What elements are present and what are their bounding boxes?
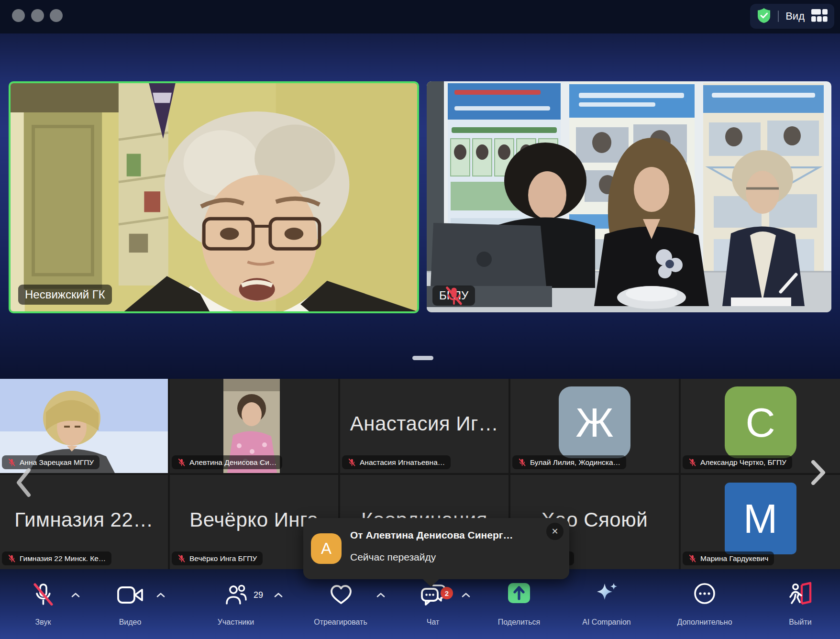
more-button[interactable] [694,583,716,605]
video-options-caret[interactable] [156,592,166,598]
leave-button-label[interactable]: Выйти [789,618,811,627]
main-video-tile-nesvizhsky[interactable]: Несвижский ГК [9,81,419,313]
participant-name-text: Вечёрко Инга БГПУ [189,554,257,563]
participants-button-label[interactable]: Участники [218,618,254,627]
video-frame-room [11,83,417,311]
avatar-initial: C [745,399,775,446]
more-button-label[interactable]: Дополнительно [677,618,732,627]
participant-big-name: Анастасия Иг… [340,412,508,435]
view-grid-icon[interactable] [811,9,828,24]
leave-button[interactable] [788,582,812,606]
share-screen-button[interactable] [508,583,531,604]
sender-avatar: A [311,533,342,564]
mic-muted-icon [432,286,475,306]
avatar: Ж [559,386,630,458]
participant-name-label: Александр Чертко, БГПУ [683,455,792,469]
chat-notification-popup[interactable]: A От Алевтина Денисова Синерг… Сейчас пе… [303,518,569,579]
main-video-tile-bgpu[interactable]: БГПУ [427,81,831,312]
mic-muted-icon [8,458,16,467]
participant-name-label: Анна Зарецкая МГПУ [2,455,99,469]
window-zoom-button[interactable] [50,9,63,22]
video-button[interactable] [117,585,144,605]
main-stage: Несвижский ГК [0,33,840,379]
gallery-tile-bulay[interactable]: Ж Булай Лилия, Жодинска… [510,379,679,473]
participant-name-label: Анастасия Игнатьевна… [342,455,451,469]
participant-name-text: Булай Лилия, Жодинска… [530,458,620,467]
video-frame-panel [427,81,831,312]
ai-companion-button-label[interactable]: AI Companion [582,618,630,627]
participant-name-text: Несвижский ГК [25,288,105,301]
participants-count: 29 [254,590,263,600]
gallery-tile-anastasia[interactable]: Анастасия Иг… Анастасия Игнатьевна… [340,379,508,473]
gallery-tile-chertko[interactable]: C Александр Чертко, БГПУ [681,379,840,473]
mic-muted-icon [518,458,526,467]
view-button-label[interactable]: Вид [785,10,805,22]
ai-companion-button[interactable] [594,582,619,606]
mute-button-label[interactable]: Звук [35,618,51,627]
participant-name-label: Несвижский ГК [18,285,112,305]
participants-options-caret[interactable] [274,592,283,598]
participant-name-text: Анастасия Игнатьевна… [360,458,445,467]
stage-resize-handle[interactable] [412,356,433,360]
mic-muted-icon [177,554,186,563]
participants-button[interactable] [224,584,248,606]
participant-name-label: Гимназия 22 Минск. Ке… [2,551,111,565]
react-button-label[interactable]: Отреагировать [314,618,367,627]
participant-name-text: Марина Гардукевич [700,554,768,563]
titlebar-separator [778,11,779,22]
participant-name-text: Гимназия 22 Минск. Ке… [20,554,106,563]
zoom-meeting-window: Вид [0,0,840,639]
window-close-button[interactable] [12,9,25,22]
chat-options-caret[interactable] [461,592,471,598]
avatar-initial: Ж [575,399,613,446]
gallery-tile-alevtina[interactable]: Алевтина Денисова Си… [170,379,338,473]
mic-muted-icon [688,554,696,563]
window-minimize-button[interactable] [31,9,44,22]
chat-button-label[interactable]: Чат [427,618,440,627]
chat-message: Сейчас перезайду [350,551,436,563]
react-options-caret[interactable] [376,592,386,598]
mic-muted-icon [348,458,356,467]
participant-name-label: Вечёрко Инга БГПУ [172,551,263,565]
share-screen-button-label[interactable]: Поделиться [498,618,540,627]
security-shield-icon[interactable] [757,8,771,25]
participant-name-label: БГПУ [432,286,475,306]
avatar: C [725,386,796,458]
popup-tail [422,578,440,587]
gallery-tile-gardukevich[interactable]: M Марина Гардукевич [681,475,840,569]
close-icon[interactable]: ✕ [546,523,564,540]
chat-sender: От Алевтина Денисова Синерг… [350,529,513,541]
titlebar-right-group: Вид [750,4,834,29]
audio-options-caret[interactable] [71,592,80,598]
mute-button[interactable] [32,583,55,607]
participant-name-text: Александр Чертко, БГПУ [700,458,786,467]
react-button[interactable] [329,584,353,606]
participant-name-label: Алевтина Денисова Си… [172,455,282,469]
mic-muted-icon [177,458,186,467]
avatar: M [725,483,796,554]
mic-muted-icon [688,458,696,467]
participant-name-label: Булай Лилия, Жодинска… [512,455,626,469]
gallery-prev-arrow[interactable] [15,468,32,497]
mic-muted-icon [8,554,16,563]
participant-name-text: Алевтина Денисова Си… [189,458,276,467]
video-button-label[interactable]: Видео [119,618,142,627]
participant-big-name: Гимназия 22… [0,508,168,531]
gallery-tile-anna[interactable]: Анна Зарецкая МГПУ [0,379,168,473]
participant-name-text: Анна Зарецкая МГПУ [20,458,94,467]
participant-name-label: Марина Гардукевич [683,551,774,565]
avatar-initial: M [743,495,778,542]
sender-avatar-initial: A [321,540,332,558]
chat-unread-badge: 2 [441,587,453,599]
close-glyph: ✕ [551,526,558,537]
meeting-toolbar: Звук Видео 29 Участники Отреагировать [0,569,840,639]
titlebar: Вид [0,0,840,33]
gallery-next-arrow[interactable] [810,460,827,485]
